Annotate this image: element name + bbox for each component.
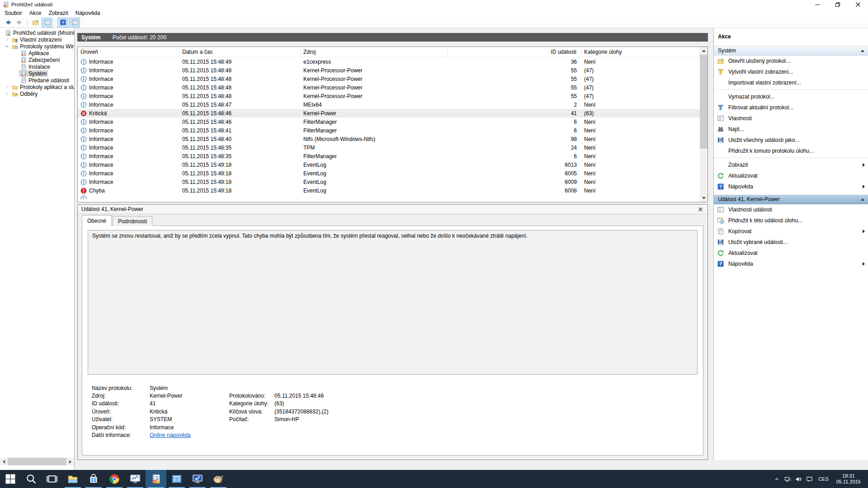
scroll-down-button[interactable] <box>700 194 708 202</box>
chrome-taskbar-button[interactable] <box>104 470 125 488</box>
scrollbar-thumb[interactable] <box>700 55 708 149</box>
store-taskbar-button[interactable] <box>83 470 104 488</box>
console-window-button[interactable] <box>69 18 80 28</box>
performance-monitor-taskbar-button[interactable] <box>125 470 146 488</box>
column-header-level[interactable]: Úroveň <box>78 47 179 57</box>
event-row[interactable]: Informace05.11.2015 15:48:48Kernel-Proce… <box>78 66 700 75</box>
sidebar-item-odbery[interactable]: Odběry <box>0 90 74 97</box>
action-filtrovat-aktualni-protokol[interactable]: Filtrovat aktuální protokol... <box>714 102 868 113</box>
sidebar-item-prohlizec-udalosti-mistni[interactable]: Prohlížeč událostí (Místní) <box>0 29 74 36</box>
forward-button[interactable] <box>14 18 25 28</box>
event-row[interactable]: Informace05.11.2015 15:48:47MEIx642Není <box>78 100 700 109</box>
action-otevrit-ulozeny-protokol[interactable]: Otevřít uložený protokol... <box>714 56 868 66</box>
sidebar-item-system[interactable]: Systém <box>0 70 74 77</box>
file-explorer-taskbar-button[interactable] <box>62 470 83 488</box>
action-pridruzit-k-teto-udalosti-ulohu[interactable]: Přidružit k této události úlohu... <box>714 215 868 226</box>
sidebar-item-instalace[interactable]: Instalace <box>0 63 74 70</box>
menu-akce[interactable]: Akce <box>26 9 45 17</box>
menu-zobrazit[interactable]: Zobrazit <box>45 9 71 17</box>
search-taskbar-button[interactable] <box>21 470 42 488</box>
event-row[interactable]: Informace05.11.2015 15:48:49e1cexpress36… <box>78 57 700 66</box>
sidebar-item-protokoly-aplikaci-a-sluzeb[interactable]: Protokoly aplikací a služeb <box>0 84 74 90</box>
chevron-up-tray-button[interactable] <box>771 473 782 485</box>
action-importovat-vlastni-zobrazeni[interactable]: Importovat vlastní zobrazení... <box>714 77 868 88</box>
action-vlastnosti-udalosti[interactable]: Vlastnosti události <box>714 204 868 215</box>
event-viewer-taskbar-button[interactable] <box>146 470 166 488</box>
event-row[interactable]: Informace05.11.2015 15:48:48Kernel-Proce… <box>78 83 700 92</box>
event-row[interactable]: Chyba05.11.2015 15:49:18EventLog6008Není <box>78 186 700 195</box>
scrollbar-thumb[interactable] <box>8 458 66 465</box>
system-config-taskbar-button[interactable] <box>166 470 187 488</box>
start-button[interactable] <box>0 470 21 488</box>
chevron-right-icon[interactable] <box>4 90 10 97</box>
action-pridruzit-k-tomuto-protokolu-ulohu[interactable]: Přidružit k tomuto protokolu úlohu... <box>714 145 868 156</box>
restore-button[interactable] <box>827 0 848 9</box>
event-row[interactable]: Informace05.11.2015 15:49:18EventLog6013… <box>78 160 700 169</box>
chevron-right-icon[interactable] <box>4 84 10 90</box>
column-header-datetime[interactable]: Datum a čas <box>179 47 301 57</box>
action-najit[interactable]: Najít... <box>714 124 868 135</box>
event-row[interactable]: Informace05.11.2015 15:48:40Ntfs (Micros… <box>78 135 700 143</box>
action-vytvorit-vlastni-zobrazeni[interactable]: Vytvořit vlastní zobrazení... <box>714 66 868 77</box>
collapse-icon[interactable] <box>861 198 864 201</box>
event-row[interactable]: Informace05.11.2015 15:48:46FilterManage… <box>78 117 700 126</box>
action-section-udalost-41-kernel-power[interactable]: Událost 41, Kernel-Power <box>714 195 868 204</box>
event-row[interactable]: Informace05.11.2015 15:49:18EventLog6005… <box>78 169 700 178</box>
help-button[interactable]: ? <box>57 18 68 28</box>
event-row[interactable]: Informace05.11.2015 15:48:35FilterManage… <box>78 152 700 160</box>
scroll-up-button[interactable] <box>700 47 708 55</box>
minimize-button[interactable] <box>807 0 827 9</box>
back-button[interactable] <box>2 18 13 28</box>
action-vlastnosti[interactable]: Vlastnosti <box>714 113 868 124</box>
action-aktualizovat[interactable]: Aktualizovat <box>714 170 868 181</box>
paint-taskbar-button[interactable] <box>208 470 229 488</box>
action-center-tray-button[interactable] <box>804 473 815 485</box>
tab-details[interactable]: Podrobnosti <box>113 216 152 226</box>
computer-management-taskbar-button[interactable] <box>187 470 208 488</box>
sidebar-horizontal-scrollbar[interactable] <box>0 458 74 465</box>
scroll-left-button[interactable] <box>0 458 8 465</box>
collapse-icon[interactable] <box>861 50 864 52</box>
sidebar-item-protokoly-systemu-windows[interactable]: Protokoly systému Windows <box>0 43 74 50</box>
event-row[interactable]: Kritická05.11.2015 15:48:46Kernel-Power4… <box>78 109 700 117</box>
column-header-event-id[interactable]: ID události <box>448 47 581 57</box>
chevron-down-icon[interactable] <box>4 43 10 50</box>
scroll-right-button[interactable] <box>66 458 74 465</box>
event-row[interactable]: Informace05.11.2015 15:48:41FilterManage… <box>78 126 700 135</box>
action-kopirovat[interactable]: Kopírovat <box>714 226 868 237</box>
action-aktualizovat[interactable]: Aktualizovat <box>714 248 868 258</box>
event-row[interactable]: Informace05.11.2015 15:48:35TPM24Není <box>78 143 700 152</box>
sidebar-item-aplikace[interactable]: Aplikace <box>0 50 74 56</box>
action-ulozit-vsechny-udalosti-jako[interactable]: Uložit všechny události jako... <box>714 135 868 145</box>
language-indicator[interactable]: CES <box>815 476 832 482</box>
open-folder-button[interactable] <box>30 18 41 28</box>
network-tray-button[interactable] <box>782 473 793 485</box>
event-description[interactable]: Systém se znovu restartoval, aniž by se … <box>88 230 698 375</box>
sidebar-item-vlastni-zobrazeni[interactable]: Vlastní zobrazení <box>0 36 74 43</box>
action-napoveda[interactable]: ?Nápověda <box>714 181 868 192</box>
sidebar-item-zabezpeceni[interactable]: Zabezpečení <box>0 56 74 63</box>
event-row[interactable]: Informace05.11.2015 15:48:48Kernel-Proce… <box>78 75 700 83</box>
action-vymazat-protokol[interactable]: Vymazat protokol... <box>714 91 868 102</box>
chevron-right-icon[interactable] <box>4 36 10 43</box>
event-row[interactable]: Informace05.11.2015 15:49:18EventLog6009… <box>78 178 700 186</box>
action-ulozit-vybrane-udalosti[interactable]: Uložit vybrané události... <box>714 237 868 248</box>
action-section-system[interactable]: Systém <box>714 46 868 56</box>
tab-general[interactable]: Obecné <box>82 215 112 226</box>
event-list-vertical-scrollbar[interactable] <box>700 47 708 202</box>
sidebar-item-predane-udalosti[interactable]: Předané události <box>0 77 74 84</box>
task-view-taskbar-button[interactable] <box>42 470 62 488</box>
menu-soubor[interactable]: Soubor <box>1 9 26 17</box>
action-zobrazit[interactable]: Zobrazit <box>714 160 868 170</box>
online-help-link[interactable]: Online nápověda <box>150 432 229 438</box>
console-window-button[interactable] <box>42 18 52 28</box>
column-header-task-category[interactable]: Kategorie úlohy <box>581 47 700 57</box>
close-detail-icon[interactable] <box>697 206 704 213</box>
volume-tray-button[interactable] <box>793 473 804 485</box>
menu-napoveda[interactable]: Nápověda <box>72 9 104 17</box>
action-napoveda[interactable]: ?Nápověda <box>714 258 868 269</box>
column-header-source[interactable]: Zdroj <box>301 47 448 57</box>
close-button[interactable] <box>848 0 868 9</box>
event-row[interactable]: Informace05.11.2015 15:48:48Kernel-Proce… <box>78 92 700 100</box>
taskbar-clock[interactable]: 18:31 05.11.2015 <box>832 473 865 485</box>
